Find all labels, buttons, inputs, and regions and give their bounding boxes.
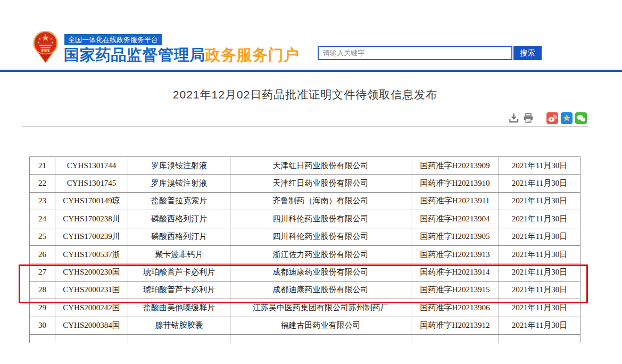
table-body-partial	[30, 334, 580, 343]
cell-date: 2021年11月30日	[499, 299, 580, 317]
cell-date: 2021年11月30日	[499, 210, 580, 228]
star-glyph: ★	[563, 114, 570, 122]
drug-approval-table: 21CYHS1301744罗库溴铵注射液天津红日药业股份有限公司国药准字H202…	[29, 156, 580, 343]
cell-no: 25	[30, 228, 55, 245]
cell-date: 2021年11月30日	[499, 245, 580, 263]
cell-company: 福建古田药业有限公司	[230, 317, 411, 334]
page-title: 2021年12月02日药品批准证明文件待领取信息发布	[0, 87, 610, 102]
cell-no: 28	[30, 281, 55, 299]
cell-date: 2021年11月30日	[499, 192, 580, 210]
cell-no: 22	[30, 175, 55, 192]
cell-drug_name: 磷酸西格列汀片	[128, 228, 230, 245]
search-button[interactable]: 搜索	[513, 46, 542, 60]
cell-company: 天津红日药业股份有限公司	[230, 157, 411, 175]
cell-approval_no: 国药准字H20213913	[411, 245, 499, 263]
cell-date: 2021年11月30日	[499, 157, 580, 175]
cell-acceptance_no: CYHS1301745	[55, 175, 128, 192]
cell-approval_no: 国药准字H20213904	[411, 210, 499, 228]
cell-acceptance_no: CYHS1700537浙	[55, 245, 128, 263]
site-title: 国家药品监督管理局政务服务门户	[64, 45, 300, 66]
cell-no: 24	[30, 210, 55, 228]
toolbar-divider	[22, 126, 588, 127]
cell-company: 江苏吴中医药集团有限公司苏州制药厂	[230, 299, 411, 317]
cell-company: 齐鲁制药（海南）有限公司	[230, 192, 411, 210]
cell-approval_no: 国药准字H20213909	[411, 157, 499, 175]
wechat-share-icon[interactable]	[575, 112, 587, 124]
print-icon[interactable]	[523, 113, 534, 123]
cell-drug_name: 盐酸曲美他嗪缓释片	[128, 299, 230, 317]
cell-drug_name: 腺苷钴胺胶囊	[128, 317, 230, 334]
table-row: 22CYHS1301745罗库溴铵注射液天津红日药业股份有限公司国药准字H202…	[30, 175, 580, 192]
cell-company: 成都迪康药业股份有限公司	[230, 263, 411, 281]
table-body: 21CYHS1301744罗库溴铵注射液天津红日药业股份有限公司国药准字H202…	[30, 157, 580, 335]
table-row: 23CYHS1700149琼盐酸普拉克索片齐鲁制药（海南）有限公司国药准字H20…	[30, 192, 580, 210]
page: { "header": { "badge": "全国一体化在线政务服务平台", …	[0, 0, 622, 364]
cell-approval_no: 国药准字H20213906	[411, 299, 499, 317]
cell-approval_no: 国药准字H20213905	[411, 228, 499, 245]
cell-acceptance_no: CYHS2000230国	[55, 263, 128, 281]
weibo-share-icon[interactable]	[546, 112, 558, 124]
cell-approval_no: 国药准字H20213915	[411, 281, 499, 299]
cell-drug_name: 琥珀酸普芦卡必利片	[128, 263, 230, 281]
cell-acceptance_no: CYHS1700239川	[55, 228, 128, 245]
table-row: 30CYHS2000384国腺苷钴胺胶囊福建古田药业有限公司国药准字H20213…	[30, 317, 580, 334]
national-emblem-logo	[33, 30, 58, 65]
cell-acceptance_no: CYHS2000231国	[55, 281, 128, 299]
qzone-star-share-icon[interactable]: ★	[561, 112, 573, 124]
cell-no: 26	[30, 245, 55, 263]
cell-approval_no: 国药准字H20213910	[411, 175, 499, 192]
cell-company: 成都迪康药业股份有限公司	[230, 281, 411, 299]
table-row-highlighted: 27CYHS2000230国琥珀酸普芦卡必利片成都迪康药业股份有限公司国药准字H…	[30, 263, 580, 281]
cell-drug_name: 聚卡波非钙片	[128, 245, 230, 263]
cell-no: 27	[30, 263, 55, 281]
table-row: 24CYHS1700238川磷酸西格列汀片四川科伦药业股份有限公司国药准字H20…	[30, 210, 580, 228]
cell-company: 浙江佐力药业股份有限公司	[230, 245, 411, 263]
cell-date: 2021年11月30日	[499, 228, 580, 245]
drug-approval-table-container: 21CYHS1301744罗库溴铵注射液天津红日药业股份有限公司国药准字H202…	[29, 156, 581, 343]
table-row: 29CYHS2000242国盐酸曲美他嗪缓释片江苏吴中医药集团有限公司苏州制药厂…	[30, 299, 580, 317]
cell-company: 四川科伦药业股份有限公司	[230, 228, 411, 245]
cell-no: 21	[30, 157, 55, 175]
cell-no: 29	[30, 299, 55, 317]
cell-acceptance_no: CYHS2000384国	[55, 317, 128, 334]
platform-badge: 全国一体化在线政务服务平台	[64, 34, 162, 45]
cell-no: 30	[30, 317, 55, 334]
cell-acceptance_no: CYHS1301744	[55, 157, 128, 175]
table-row-partial	[30, 334, 580, 343]
cell-date: 2021年11月30日	[499, 263, 580, 281]
table-row: 21CYHS1301744罗库溴铵注射液天津红日药业股份有限公司国药准字H202…	[30, 157, 580, 175]
table-row: 26CYHS1700537浙聚卡波非钙片浙江佐力药业股份有限公司国药准字H202…	[30, 245, 580, 263]
cell-acceptance_no: CYHS1700149琼	[55, 192, 128, 210]
table-row-highlighted: 28CYHS2000231国琥珀酸普芦卡必利片成都迪康药业股份有限公司国药准字H…	[30, 281, 580, 299]
cell-date: 2021年11月30日	[499, 317, 580, 334]
cell-approval_no: 国药准字H20213911	[411, 192, 499, 210]
search-bar: 搜索	[318, 46, 542, 60]
cell-acceptance_no: CYHS1700238川	[55, 210, 128, 228]
cell-approval_no: 国药准字H20213914	[411, 263, 499, 281]
download-icon[interactable]	[509, 113, 519, 123]
cell-approval_no: 国药准字H20213912	[411, 317, 499, 334]
cell-date: 2021年11月30日	[499, 175, 580, 192]
cell-drug_name: 盐酸普拉克索片	[128, 192, 230, 210]
cell-drug_name: 琥珀酸普芦卡必利片	[128, 281, 230, 299]
cell-date: 2021年11月30日	[499, 281, 580, 299]
cell-company: 四川科伦药业股份有限公司	[230, 210, 411, 228]
header-divider	[0, 70, 622, 72]
share-toolbar: ★	[509, 112, 587, 125]
cell-company: 天津红日药业股份有限公司	[230, 175, 411, 192]
search-input[interactable]	[318, 46, 512, 60]
cell-drug_name: 磷酸西格列汀片	[128, 210, 230, 228]
site-title-main: 国家药品监督管理局	[64, 46, 205, 63]
cell-acceptance_no: CYHS2000242国	[55, 299, 128, 317]
table-row: 25CYHS1700239川磷酸西格列汀片四川科伦药业股份有限公司国药准字H20…	[30, 228, 580, 245]
cell-drug_name: 罗库溴铵注射液	[128, 157, 230, 175]
site-title-accent: 政务服务门户	[205, 46, 300, 63]
cell-drug_name: 罗库溴铵注射液	[128, 175, 230, 192]
cell-no: 23	[30, 192, 55, 210]
